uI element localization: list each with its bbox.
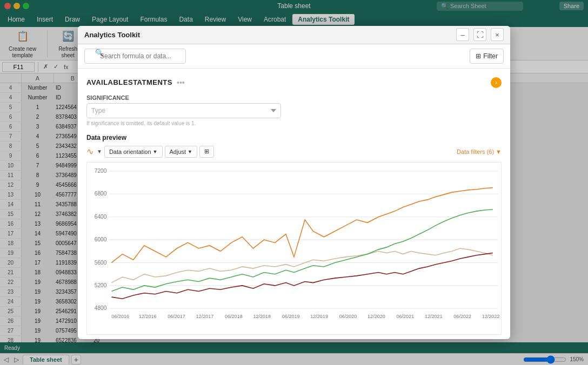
dialog-close-button[interactable]: × xyxy=(491,28,504,41)
data-filters-button[interactable]: Data filters (6) ▼ xyxy=(457,148,502,155)
svg-text:7200: 7200 xyxy=(95,168,107,174)
dialog-body: AVAILABLESTATMENTS ••• › SIGNIFICANCE Ty… xyxy=(78,69,510,339)
section-header: AVAILABLESTATMENTS ••• › xyxy=(86,77,502,88)
dialog-search-wrap: 🔍 xyxy=(84,49,465,64)
filter-label: Filter xyxy=(483,52,498,60)
dialog-search-bar: 🔍 ⊞ Filter xyxy=(78,44,510,69)
svg-text:06/2021: 06/2021 xyxy=(396,314,414,319)
adjust-label: Adjust xyxy=(170,148,186,155)
chart-type-icon[interactable]: ∿ xyxy=(86,146,93,157)
svg-text:06/2019: 06/2019 xyxy=(282,314,300,319)
significance-label: SIGNIFICANCE xyxy=(86,94,502,101)
significance-field: SIGNIFICANCE Type If significance is omi… xyxy=(86,94,502,126)
chart-container: 7200 6800 6400 6000 5600 5200 4800 xyxy=(86,162,502,335)
svg-text:12/2021: 12/2021 xyxy=(425,314,443,319)
data-preview-header: Data preview xyxy=(86,134,502,141)
data-orientation-label: Data orientation xyxy=(109,148,151,155)
svg-text:6800: 6800 xyxy=(95,191,107,197)
svg-text:12/2019: 12/2019 xyxy=(310,314,328,319)
svg-text:6000: 6000 xyxy=(95,236,107,242)
svg-text:06/2018: 06/2018 xyxy=(225,314,243,319)
svg-text:12/2017: 12/2017 xyxy=(196,314,214,319)
adjust-button[interactable]: Adjust ▼ xyxy=(165,146,198,158)
layout-icon: ⊞ xyxy=(204,148,209,155)
data-preview-title: Data preview xyxy=(86,134,126,141)
dialog-main: AVAILABLESTATMENTS ••• › SIGNIFICANCE Ty… xyxy=(78,69,510,339)
svg-text:5600: 5600 xyxy=(95,259,107,265)
dialog-expand-button[interactable]: ⛶ xyxy=(473,28,486,41)
svg-text:6400: 6400 xyxy=(95,213,107,219)
significance-hint: If significance is omitted, its default … xyxy=(86,120,502,126)
adjust-arrow: ▼ xyxy=(188,149,192,154)
svg-text:12/2016: 12/2016 xyxy=(139,314,157,319)
analytics-dialog: Analytics Toolkit – ⛶ × 🔍 ⊞ Filter xyxy=(78,26,510,339)
svg-text:5200: 5200 xyxy=(95,282,107,288)
data-filters-arrow: ▼ xyxy=(496,148,502,155)
data-filters-label: Data filters (6) xyxy=(457,148,494,155)
dialog-controls[interactable]: – ⛶ × xyxy=(456,28,504,41)
svg-text:12/2018: 12/2018 xyxy=(253,314,271,319)
significance-select[interactable]: Type xyxy=(86,103,281,118)
svg-text:12/2020: 12/2020 xyxy=(368,314,385,319)
dialog-title: Analytics Toolkit xyxy=(84,31,140,39)
dialog-search-input[interactable] xyxy=(84,49,186,64)
preview-toolbar: ∿ ▼ Data orientation ▼ Adjust ▼ ⊞ Data f… xyxy=(86,146,502,158)
chart-svg: 7200 6800 6400 6000 5600 5200 4800 xyxy=(87,163,501,334)
data-orientation-arrow: ▼ xyxy=(153,149,158,154)
svg-text:06/2022: 06/2022 xyxy=(453,314,471,319)
section-collapse-button[interactable]: › xyxy=(491,77,502,88)
dialog-titlebar: Analytics Toolkit – ⛶ × xyxy=(78,26,510,44)
chart-type-arrow[interactable]: ▼ xyxy=(97,148,102,154)
section-title: AVAILABLESTATMENTS xyxy=(86,78,172,86)
section-more-button[interactable]: ••• xyxy=(177,78,185,87)
filter-button[interactable]: ⊞ Filter xyxy=(470,49,504,64)
dialog-overlay: Analytics Toolkit – ⛶ × 🔍 ⊞ Filter xyxy=(0,0,588,365)
dialog-minimize-button[interactable]: – xyxy=(456,28,469,41)
layout-button[interactable]: ⊞ xyxy=(199,146,214,158)
chart-legend: Japan Australia Armenia Geogria xyxy=(86,338,502,339)
data-orientation-button[interactable]: Data orientation ▼ xyxy=(104,146,163,158)
svg-text:12/2022: 12/2022 xyxy=(482,314,500,319)
filter-icon: ⊞ xyxy=(476,52,481,60)
svg-text:4800: 4800 xyxy=(95,305,107,311)
svg-text:06/2020: 06/2020 xyxy=(339,314,357,319)
svg-text:06/2017: 06/2017 xyxy=(168,314,185,319)
svg-text:06/2016: 06/2016 xyxy=(111,314,129,319)
